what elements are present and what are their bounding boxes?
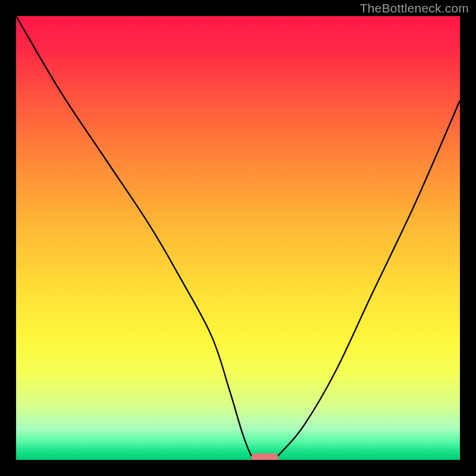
plot-area — [16, 16, 460, 460]
watermark-text: TheBottleneck.com — [360, 1, 469, 15]
curve-svg — [16, 16, 460, 460]
chart-frame: TheBottleneck.com — [0, 0, 476, 476]
optimum-marker — [251, 453, 278, 460]
bottleneck-curve — [16, 16, 460, 460]
